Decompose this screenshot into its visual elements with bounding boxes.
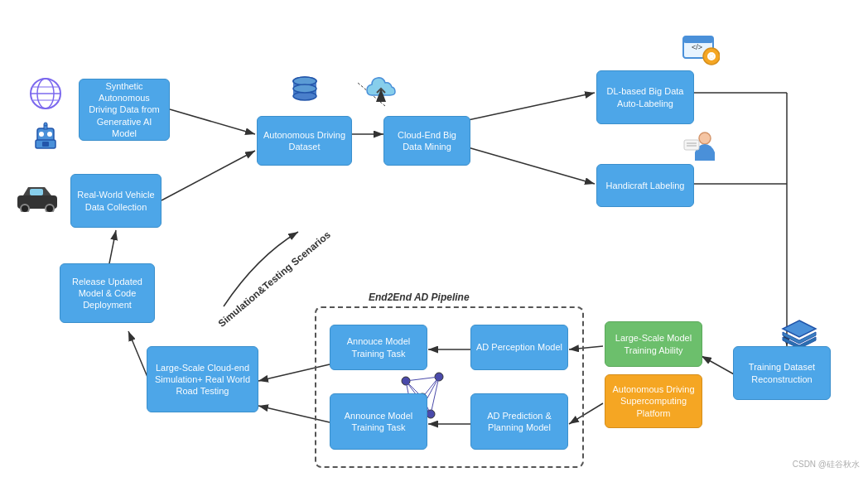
- training-dataset-label: Training Dataset Reconstruction: [739, 361, 825, 385]
- database-icon: [288, 73, 321, 106]
- svg-point-43: [47, 132, 52, 137]
- handicraft-labeling-box: Handicraft Labeling: [596, 164, 694, 207]
- monitor-code-icon: </>: [679, 31, 721, 69]
- large-scale-training-box: Large-Scale Model Training Ability: [605, 321, 702, 367]
- watermark: CSDN @硅谷秋水: [793, 459, 860, 470]
- svg-line-5: [468, 93, 595, 120]
- svg-point-55: [293, 84, 316, 93]
- training-dataset-box: Training Dataset Reconstruction: [733, 346, 831, 400]
- large-scale-sim-box: Large-Scale Cloud-end Simulation+ Real W…: [147, 346, 258, 412]
- dl-labeling-label: DL-based Big Data Auto-Labeling: [602, 85, 688, 109]
- svg-point-42: [39, 132, 44, 137]
- cloud-mining-label: Cloud-End Big Data Mining: [389, 129, 465, 153]
- svg-line-2: [170, 109, 255, 134]
- robot-icon: [25, 114, 66, 156]
- supercomputing-label: Autonomous Driving Supercomputing Platfo…: [610, 383, 697, 419]
- svg-point-66: [699, 132, 711, 144]
- cloud-upload-icon: [364, 73, 398, 106]
- large-scale-training-label: Large-Scale Model Training Ability: [610, 332, 697, 356]
- car-icon: [12, 181, 62, 214]
- person-icon: [679, 131, 721, 164]
- cloud-mining-box: Cloud-End Big Data Mining: [383, 116, 470, 166]
- release-deploy-box: Release Updated Model & Code Deployment: [60, 263, 155, 323]
- autonomous-dataset-box: Autonomous Driving Dataset: [257, 116, 352, 166]
- svg-line-3: [162, 151, 255, 200]
- svg-text:</>: </>: [692, 43, 702, 51]
- diagram-container: </> Synthetic Autonomous Driving Data fr: [0, 0, 868, 477]
- svg-point-49: [46, 205, 54, 212]
- globe-icon: [25, 73, 66, 114]
- supercomputing-box: Autonomous Driving Supercomputing Platfo…: [605, 374, 702, 428]
- synthetic-data-box: Synthetic Autonomous Driving Data from G…: [79, 79, 170, 141]
- svg-rect-58: [683, 36, 713, 43]
- end2end-container: [315, 306, 584, 468]
- svg-line-10: [702, 356, 735, 375]
- svg-rect-50: [30, 189, 43, 195]
- real-world-box: Real-World Vehicle Data Collection: [70, 174, 162, 228]
- large-scale-sim-label: Large-Scale Cloud-end Simulation+ Real W…: [152, 362, 253, 398]
- svg-rect-44: [42, 142, 49, 147]
- svg-point-46: [44, 123, 47, 126]
- dl-labeling-box: DL-based Big Data Auto-Labeling: [596, 70, 694, 124]
- handicraft-labeling-label: Handicraft Labeling: [606, 180, 685, 191]
- synthetic-data-label: Synthetic Autonomous Driving Data from G…: [84, 80, 164, 139]
- release-deploy-label: Release Updated Model & Code Deployment: [65, 276, 149, 311]
- svg-rect-67: [684, 140, 699, 150]
- autonomous-dataset-label: Autonomous Driving Dataset: [263, 129, 346, 153]
- end2end-label: End2End AD Pipeline: [369, 292, 470, 303]
- svg-line-6: [468, 147, 595, 184]
- real-world-label: Real-World Vehicle Data Collection: [76, 189, 156, 213]
- svg-point-48: [21, 205, 29, 212]
